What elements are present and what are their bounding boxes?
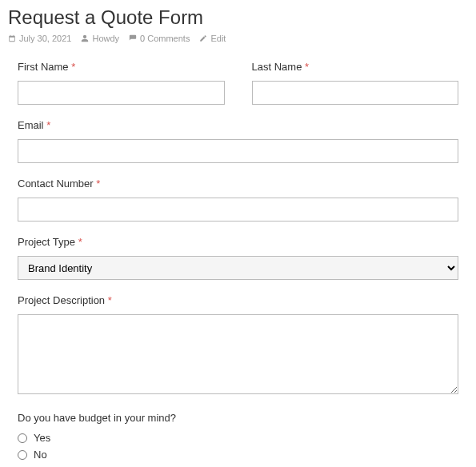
required-mark: * (305, 61, 309, 73)
budget-yes-text: Yes (34, 432, 50, 444)
contact-number-label: Contact Number * (18, 178, 458, 190)
meta-author-text: Howdy (92, 34, 119, 43)
required-mark: * (71, 61, 75, 73)
project-type-label: Project Type * (18, 236, 458, 248)
first-name-input[interactable] (18, 81, 225, 105)
email-label-text: Email (18, 119, 44, 131)
project-description-label: Project Description * (18, 294, 458, 306)
budget-radio-yes[interactable] (18, 433, 27, 443)
project-type-label-text: Project Type (18, 236, 75, 248)
contact-number-label-text: Contact Number (18, 178, 94, 190)
user-icon (81, 34, 89, 42)
budget-no-text: No (34, 449, 47, 461)
last-name-label: Last Name * (252, 61, 459, 73)
edit-icon (199, 34, 207, 42)
budget-label: Do you have budget in your mind? (18, 412, 458, 424)
project-description-textarea[interactable] (18, 314, 458, 394)
budget-radio-group: Yes No (18, 432, 458, 461)
quote-form: First Name * Last Name * Email * Contact… (8, 61, 468, 467)
page-title: Request a Quote Form (8, 6, 468, 29)
email-label: Email * (18, 119, 458, 131)
meta-author[interactable]: Howdy (81, 34, 119, 43)
first-name-label: First Name * (18, 61, 225, 73)
required-mark: * (108, 294, 112, 306)
required-mark: * (96, 178, 100, 190)
meta-edit[interactable]: Edit (199, 34, 226, 43)
last-name-label-text: Last Name (252, 61, 302, 73)
meta-comments-text: 0 Comments (140, 34, 190, 43)
budget-option-no[interactable]: No (18, 449, 458, 461)
project-type-select[interactable]: Brand Identity (18, 256, 458, 280)
required-mark: * (78, 236, 82, 248)
last-name-input[interactable] (252, 81, 459, 105)
budget-radio-no[interactable] (18, 450, 27, 460)
contact-number-input[interactable] (18, 198, 458, 222)
calendar-icon (8, 34, 16, 42)
meta-edit-text: Edit (210, 34, 226, 43)
project-description-label-text: Project Description (18, 294, 105, 306)
budget-option-yes[interactable]: Yes (18, 432, 458, 444)
post-meta: July 30, 2021 Howdy 0 Comments Edit (8, 34, 468, 43)
email-input[interactable] (18, 139, 458, 163)
first-name-label-text: First Name (18, 61, 69, 73)
comment-icon (129, 34, 137, 42)
meta-date-text: July 30, 2021 (19, 34, 71, 43)
required-mark: * (46, 119, 50, 131)
meta-comments[interactable]: 0 Comments (129, 34, 190, 43)
meta-date: July 30, 2021 (8, 34, 71, 43)
